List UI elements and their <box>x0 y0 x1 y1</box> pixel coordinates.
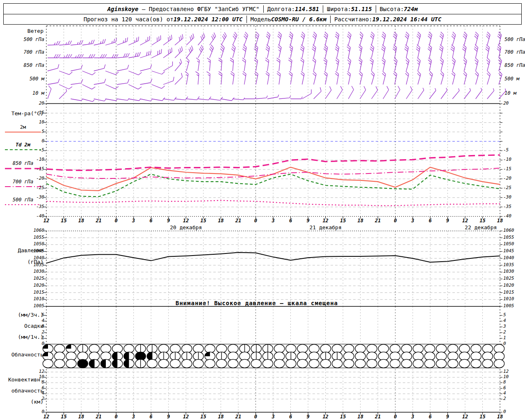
wind-barb <box>196 71 199 84</box>
cloud-cover-symbol <box>124 345 134 353</box>
wind-barb <box>266 45 270 58</box>
wind-barb <box>452 58 455 71</box>
cloud-half-fill <box>89 359 94 368</box>
bottom-hour-label: 6 <box>150 414 153 420</box>
temp-hour-label: 15 <box>61 218 66 224</box>
wind-barb <box>370 45 374 58</box>
cloud-cover-symbol <box>413 359 423 368</box>
cloud-cover-symbol <box>297 359 308 368</box>
wind-barb <box>486 45 490 58</box>
conv-ytick-left: 6 <box>41 385 44 390</box>
wind-level-label-left: 10 м <box>32 90 44 96</box>
wind-barb <box>117 53 129 58</box>
wind-barb <box>59 84 72 89</box>
temp-hour-label: 9 <box>306 218 309 224</box>
temp-hour-label: 9 <box>446 218 449 224</box>
bottom-hour-label: 12 <box>322 414 328 420</box>
wind-barb <box>82 54 95 58</box>
bottom-hour-label: 18 <box>218 414 224 420</box>
precip-ytick-left: 0 <box>41 341 44 346</box>
wind-barb <box>198 45 203 58</box>
wind-barb <box>452 32 456 45</box>
temp-ytick-right: -20 <box>503 176 511 181</box>
pressure-ytick-right: 1010 <box>503 296 514 301</box>
cloud-cover-symbol <box>332 345 342 353</box>
wind-barb <box>187 46 193 58</box>
wind-barb <box>452 88 459 99</box>
temp-hour-label: 0 <box>254 218 257 224</box>
temp-hour-label: 15 <box>340 218 346 224</box>
conv-ytick-right: 0 <box>503 409 506 414</box>
conv-ytick-left: 10 <box>39 374 44 379</box>
wind-barb <box>219 58 222 71</box>
conv-ytick-right: 10 <box>503 374 509 379</box>
pressure-ytick-left: 1050 <box>34 241 45 247</box>
wind-barb <box>405 32 409 45</box>
wind-barb <box>117 79 129 84</box>
temp-hour-label: 6 <box>150 218 153 224</box>
cloud-cover-symbol <box>344 359 354 368</box>
cloud-cover-symbol <box>355 345 365 353</box>
wind-barb <box>152 35 161 45</box>
cloud-cover-symbol <box>228 345 238 353</box>
pressure-ytick-left: 1040 <box>34 255 45 260</box>
wind-barb <box>231 71 234 84</box>
cloud-cover-symbol <box>43 359 53 368</box>
wind-barb <box>371 71 374 84</box>
temp-ytick-left: -25 <box>36 185 44 190</box>
wind-barb <box>336 58 339 71</box>
cloud-cover-symbol <box>240 359 250 368</box>
wind-barb <box>289 45 293 58</box>
wind-barb <box>71 99 83 101</box>
wind-barb <box>429 71 433 84</box>
conv-ytick-left: 8 <box>41 379 44 385</box>
bottom-hour-label: 15 <box>340 414 346 420</box>
cloud-quarter-fill <box>205 352 210 356</box>
temp-ytick-left: -35 <box>36 204 44 209</box>
cloud-cover-symbol <box>112 345 123 353</box>
wind-barb <box>417 71 420 84</box>
pressure-ytick-left: 1020 <box>34 283 45 288</box>
cloud-cover-symbol <box>482 345 493 353</box>
wind-level-label-left: 850 гПа <box>23 62 44 68</box>
wind-barb <box>71 54 83 58</box>
wind-barb <box>163 48 172 58</box>
wind-level-label-right: 500 м <box>504 76 519 82</box>
temp-hour-label: 3 <box>411 218 414 224</box>
wind-barb <box>175 59 182 71</box>
temp-ytick-right: -35 <box>503 204 511 209</box>
temp-ytick-left: -30 <box>36 194 44 200</box>
wind-barb <box>48 54 60 58</box>
cloud-cover-symbol <box>320 359 331 368</box>
wind-barb <box>382 32 386 45</box>
wind-barb <box>347 45 351 58</box>
cloud-cover-symbol <box>367 359 377 368</box>
wind-barb <box>441 71 444 84</box>
temp-hour-label: 0 <box>115 218 118 224</box>
wind-barb <box>301 71 304 84</box>
wind-barb <box>94 99 106 101</box>
bottom-hour-label: 18 <box>497 414 503 420</box>
temp-ytick-left: 10 <box>39 119 44 125</box>
wind-barb <box>497 45 501 58</box>
cloud-cover-symbol <box>494 345 504 353</box>
wind-barb <box>337 86 342 99</box>
wind-barb <box>48 64 59 71</box>
wind-barb <box>82 99 94 102</box>
wind-barb <box>198 33 205 45</box>
wind-barb <box>152 98 165 101</box>
wind-barb <box>335 45 339 58</box>
wind-barb <box>487 71 490 84</box>
wind-barb <box>335 32 339 45</box>
temp-ytick-left: -40 <box>36 213 44 219</box>
wind-barb <box>59 54 72 58</box>
meteogram-canvas <box>0 0 525 420</box>
wind-barb <box>230 58 234 71</box>
bottom-hour-label: 3 <box>272 414 274 420</box>
wind-barb <box>175 34 183 45</box>
bottom-hour-label: 9 <box>306 414 309 420</box>
cloud-cover-symbol <box>182 345 192 353</box>
wind-barb <box>383 86 389 99</box>
wind-barb <box>404 45 409 58</box>
wind-barb <box>82 71 96 75</box>
